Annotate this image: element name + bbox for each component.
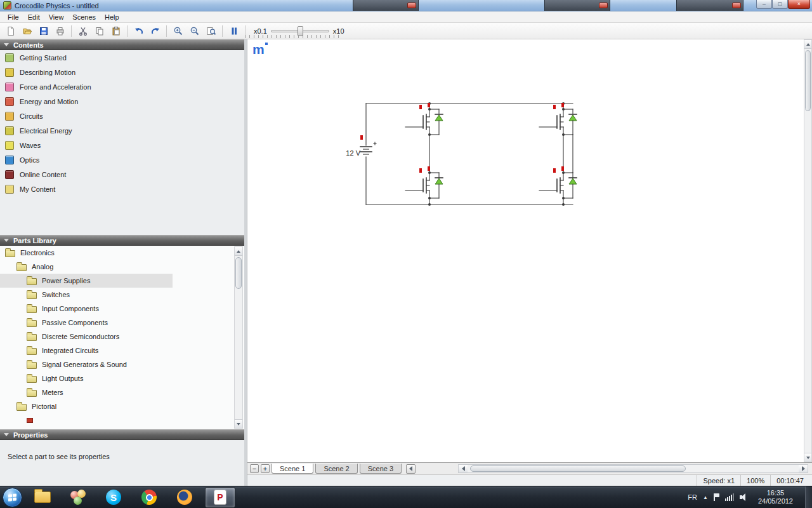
contents-item-force-acceleration[interactable]: Force and Acceleration [0, 79, 244, 94]
tree-item-pictorial[interactable]: Pictorial [0, 399, 244, 413]
copy-button[interactable] [91, 23, 107, 38]
tree-item-partial[interactable] [0, 413, 244, 427]
pause-button[interactable] [226, 23, 242, 38]
contents-item-optics[interactable]: Optics [0, 152, 244, 167]
mosfet-top-right[interactable] [539, 103, 577, 136]
scroll-down-button[interactable] [235, 419, 242, 428]
redo-button[interactable] [147, 23, 163, 38]
minimize-button[interactable]: – [756, 0, 772, 9]
maximize-button[interactable]: □ [772, 0, 788, 9]
canvas-horizontal-scrollbar[interactable] [458, 464, 808, 473]
arrow-down-icon [237, 423, 240, 425]
scene-remove-button[interactable]: − [250, 464, 259, 473]
tree-item-electronics[interactable]: Electronics [0, 246, 244, 260]
menu-file[interactable]: File [3, 11, 23, 23]
action-center-flag-icon[interactable] [714, 493, 719, 501]
simulation-canvas[interactable]: m [247, 39, 804, 462]
contents-item-energy-motion[interactable]: Energy and Motion [0, 94, 244, 109]
taskbar-firefox-button[interactable] [169, 487, 200, 508]
show-desktop-button[interactable] [805, 486, 812, 508]
tree-item-discrete-semiconductors[interactable]: Discrete Semiconductors [0, 330, 244, 344]
tree-item-switches[interactable]: Switches [0, 288, 244, 302]
scrollbar-thumb[interactable] [470, 465, 686, 472]
parts-scrollbar[interactable] [234, 246, 243, 429]
print-button[interactable] [52, 23, 68, 38]
zoom-in-button[interactable] [170, 23, 186, 38]
language-indicator[interactable]: FR [688, 493, 697, 501]
folder-icon [27, 362, 37, 369]
tab-scene-1[interactable]: Scene 1 [272, 464, 313, 474]
contents-item-label: Describing Motion [20, 69, 75, 76]
parts-library-panel-header[interactable]: Parts Library [0, 235, 244, 246]
menu-scenes[interactable]: Scenes [68, 11, 100, 23]
tree-item-passive-components[interactable]: Passive Components [0, 316, 244, 330]
undo-button[interactable] [131, 23, 147, 38]
taskbar-clock[interactable]: 16:35 24/05/2012 [754, 489, 797, 505]
firefox-icon [177, 490, 192, 505]
zoom-out-button[interactable] [187, 23, 202, 38]
scroll-up-button[interactable] [804, 40, 811, 49]
menu-view[interactable]: View [44, 11, 69, 23]
network-icon[interactable] [725, 493, 734, 501]
contents-item-describing-motion[interactable]: Describing Motion [0, 65, 244, 79]
contents-item-getting-started[interactable]: Getting Started [0, 50, 244, 65]
zoom-page-button[interactable] [203, 23, 219, 38]
new-button[interactable] [3, 23, 18, 38]
tree-item-power-supplies[interactable]: Power Supplies [0, 274, 244, 288]
properties-header-label: Properties [13, 431, 48, 439]
menu-help[interactable]: Help [100, 11, 124, 23]
tab-scene-2[interactable]: Scene 2 [315, 464, 357, 474]
tree-item-partial-icon [27, 418, 33, 423]
scrollbar-thumb[interactable] [235, 257, 242, 289]
tree-item-meters[interactable]: Meters [0, 385, 244, 399]
contents-item-online-content[interactable]: Online Content [0, 167, 244, 182]
canvas-area: m [247, 39, 812, 486]
mosfet-bottom-left[interactable] [405, 166, 443, 199]
taskbar-skype-button[interactable]: S [98, 487, 129, 508]
scene-scroll-left-button[interactable] [406, 464, 416, 474]
scrollbar-thumb[interactable] [805, 50, 811, 111]
scene-add-button[interactable]: + [261, 464, 270, 473]
scroll-left-button[interactable] [459, 465, 468, 472]
chrome-icon [141, 490, 157, 505]
properties-panel-header[interactable]: Properties [0, 429, 244, 440]
taskbar-chrome-button[interactable] [134, 487, 164, 508]
contents-item-waves[interactable]: Waves [0, 138, 244, 152]
cut-button[interactable] [75, 23, 91, 38]
paste-button[interactable] [108, 23, 124, 38]
taskbar-active-app-button[interactable]: P [205, 487, 235, 508]
mosfet-bottom-right[interactable] [539, 166, 577, 199]
mosfet-top-left[interactable] [405, 103, 443, 136]
close-button[interactable]: × [788, 0, 810, 9]
tree-item-signal-generators-sound[interactable]: Signal Generators & Sound [0, 358, 244, 371]
battery-12v[interactable]: 12 V [346, 104, 376, 204]
taskbar-explorer-button[interactable] [27, 487, 58, 508]
volume-icon[interactable] [740, 493, 749, 501]
contents-item-electrical-energy[interactable]: Electrical Energy [0, 123, 244, 138]
scroll-down-button[interactable] [804, 453, 811, 462]
window-title: Crocodile Physics - untitled [15, 2, 99, 10]
save-button[interactable] [36, 23, 51, 38]
taskbar-colorful-app-button[interactable] [63, 487, 93, 508]
circuit-diagram[interactable]: 12 V [247, 39, 804, 462]
start-button[interactable] [3, 488, 22, 507]
scene-bar: − + Scene 1 Scene 2 Scene 3 [247, 462, 812, 474]
canvas-vertical-scrollbar[interactable] [804, 39, 812, 462]
menu-edit[interactable]: Edit [23, 11, 44, 23]
contents-panel-header[interactable]: Contents [0, 39, 244, 50]
tab-scene-3[interactable]: Scene 3 [360, 464, 402, 474]
scroll-right-button[interactable] [799, 465, 808, 472]
tree-item-light-outputs[interactable]: Light Outputs [0, 371, 244, 385]
topic-icon [5, 141, 14, 150]
cut-icon [78, 26, 88, 36]
speed-slider-track[interactable] [271, 30, 329, 32]
open-button[interactable] [19, 23, 35, 38]
scroll-up-button[interactable] [235, 247, 242, 256]
contents-item-circuits[interactable]: Circuits [0, 109, 244, 123]
hidden-icons-button[interactable]: ▲ [703, 495, 708, 500]
tree-item-integrated-circuits[interactable]: Integrated Circuits [0, 344, 244, 358]
contents-item-my-content[interactable]: My Content [0, 182, 244, 196]
tree-item-input-components[interactable]: Input Components [0, 302, 244, 316]
slider-ruler [245, 35, 339, 38]
tree-item-analog[interactable]: Analog [0, 260, 244, 274]
